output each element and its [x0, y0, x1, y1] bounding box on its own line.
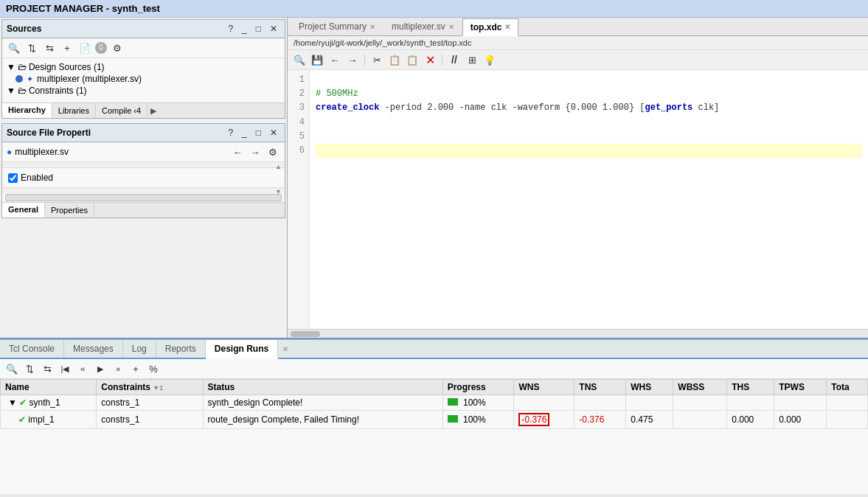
sources-add-btn[interactable]: +: [60, 41, 74, 55]
editor-save-btn[interactable]: 💾: [310, 52, 324, 67]
tab-top-xdc[interactable]: top.xdc ✕: [462, 18, 519, 36]
editor-code-area: 1 2 3 4 5 6 # 500MHz create_clock -perio…: [288, 70, 868, 329]
tree-constraints[interactable]: ▼ 🗁 Constraints (1): [5, 85, 282, 97]
sources-minimize-btn[interactable]: _: [239, 22, 250, 35]
editor-delete-btn[interactable]: ✕: [423, 52, 437, 67]
scroll-down-arrow[interactable]: ▼: [275, 188, 282, 195]
col-total[interactable]: Tota: [827, 380, 868, 395]
tree-constraints-label: Constraints (1): [29, 86, 87, 96]
editor-back-btn[interactable]: ←: [327, 52, 342, 67]
scroll-up-arrow[interactable]: ▲: [275, 163, 282, 170]
props-help-btn[interactable]: ?: [225, 126, 236, 139]
runs-play-btn[interactable]: ▶: [93, 361, 108, 376]
create-clock-keyword: create_clock: [316, 102, 379, 113]
sources-search-btn[interactable]: 🔍: [7, 41, 21, 55]
col-whs[interactable]: WHS: [626, 380, 673, 395]
title-separator: -: [103, 3, 112, 14]
horizontal-scrollbar[interactable]: [5, 194, 282, 201]
editor-copy-btn[interactable]: 📋: [387, 52, 402, 67]
tab-compile[interactable]: Compile ‹4: [96, 104, 147, 117]
editor-hint-btn[interactable]: 💡: [482, 52, 497, 67]
runs-percent-btn[interactable]: %: [146, 361, 161, 376]
enabled-row: Enabled: [8, 171, 279, 184]
props-settings-btn[interactable]: ⚙: [265, 145, 280, 159]
sources-settings-btn[interactable]: ⚙: [110, 41, 125, 55]
runs-sort-btn[interactable]: ⇅: [22, 361, 37, 376]
runs-next-page-btn[interactable]: »: [111, 361, 125, 376]
impl1-wns-value: -0.376: [518, 413, 549, 426]
enabled-checkbox[interactable]: [8, 173, 18, 183]
h-scrollbar-thumb[interactable]: [291, 331, 320, 337]
sources-panel: Sources ? _ □ ✕ 🔍 ⇅ ⇆ + 📄 0 ⚙: [1, 19, 285, 119]
tab-reports[interactable]: Reports: [156, 340, 206, 358]
runs-filter-btn[interactable]: ⇆: [40, 361, 55, 376]
impl1-wns: -0.376: [514, 411, 574, 429]
props-back-btn[interactable]: ←: [230, 145, 245, 159]
tab-top-xdc-close[interactable]: ✕: [504, 23, 510, 31]
col-name[interactable]: Name: [1, 380, 97, 395]
tab-libraries[interactable]: Libraries: [52, 104, 96, 117]
props-tab-bar: General Properties: [2, 202, 285, 218]
editor-h-scrollbar[interactable]: [288, 329, 868, 338]
tab-multiplexer-sv-close[interactable]: ✕: [448, 23, 454, 31]
col-tns[interactable]: TNS: [574, 380, 626, 395]
editor-cut-btn[interactable]: ✂: [369, 52, 384, 67]
sources-sort-btn[interactable]: ⇅: [24, 41, 39, 55]
editor-paste-btn[interactable]: 📋: [405, 52, 420, 67]
sources-title: Sources: [7, 24, 41, 34]
tab-messages[interactable]: Messages: [64, 340, 123, 358]
props-maximize-btn[interactable]: □: [253, 126, 264, 139]
tab-hierarchy[interactable]: Hierarchy: [2, 103, 52, 118]
tree-multiplexer[interactable]: ✦ multiplexer (multiplexer.sv): [5, 73, 282, 85]
editor-grid-btn[interactable]: ⊞: [465, 52, 479, 67]
col-ths[interactable]: THS: [727, 380, 774, 395]
synth1-name-label: synth_1: [29, 397, 60, 408]
tab-log[interactable]: Log: [123, 340, 156, 358]
tab-arrow-icon[interactable]: ▶: [147, 104, 159, 118]
impl1-constraints: constrs_1: [97, 411, 203, 429]
runs-search-btn[interactable]: 🔍: [4, 361, 19, 376]
table-row[interactable]: ✔ impl_1 constrs_1 route_design Complete…: [1, 411, 868, 429]
editor-forward-btn[interactable]: →: [345, 52, 360, 67]
tree-multiplexer-label: multiplexer (multiplexer.sv): [37, 74, 142, 84]
editor-search-btn[interactable]: 🔍: [292, 52, 307, 67]
tree-design-sources[interactable]: ▼ 🗁 Design Sources (1): [5, 61, 282, 73]
tab-properties[interactable]: Properties: [45, 204, 94, 217]
sources-close-btn[interactable]: ✕: [267, 22, 280, 35]
tab-project-summary[interactable]: Project Summary ✕: [291, 18, 383, 35]
impl1-progress-bar: [448, 415, 458, 423]
tab-tcl-console[interactable]: Tcl Console: [0, 340, 64, 358]
props-forward-btn[interactable]: →: [248, 145, 263, 159]
bottom-tab-bar: Tcl Console Messages Log Reports Design …: [0, 340, 868, 359]
code-editor[interactable]: # 500MHz create_clock -period 2.000 -nam…: [310, 70, 868, 329]
runs-prev-page-btn[interactable]: «: [75, 361, 90, 376]
design-runs-close-btn[interactable]: ✕: [278, 341, 293, 357]
col-wns[interactable]: WNS: [514, 380, 574, 395]
line-numbers: 1 2 3 4 5 6: [288, 70, 310, 329]
sources-maximize-btn[interactable]: □: [253, 22, 264, 35]
editor-tab-bar: Project Summary ✕ multiplexer.sv ✕ top.x…: [288, 18, 868, 36]
header-row: Name Constraints ▼1 Status Progress WNS …: [1, 380, 868, 395]
runs-first-btn[interactable]: |◀: [58, 361, 72, 376]
col-tpws[interactable]: TPWS: [774, 380, 827, 395]
editor-comment-btn[interactable]: //: [447, 52, 462, 67]
table-row[interactable]: ▼ ✔ synth_1 constrs_1 synth_design Compl…: [1, 395, 868, 411]
col-constraints[interactable]: Constraints ▼1: [97, 380, 203, 395]
props-close-btn[interactable]: ✕: [267, 126, 280, 139]
sources-file-btn[interactable]: 📄: [77, 41, 92, 55]
impl1-ths: 0.000: [727, 411, 774, 429]
tab-multiplexer-sv[interactable]: multiplexer.sv ✕: [383, 18, 462, 35]
props-minimize-btn[interactable]: _: [239, 126, 250, 139]
synth1-progress-bar: [448, 398, 458, 406]
col-progress[interactable]: Progress: [442, 380, 514, 395]
runs-add-btn[interactable]: +: [128, 361, 143, 376]
tab-design-runs[interactable]: Design Runs: [206, 340, 278, 359]
col-wbss[interactable]: WBSS: [673, 380, 727, 395]
source-props-title: Source File Properti: [7, 128, 91, 138]
col-status[interactable]: Status: [203, 380, 442, 395]
tab-general[interactable]: General: [2, 203, 45, 218]
source-props-controls: ? _ □ ✕: [225, 126, 280, 139]
sources-filter-btn[interactable]: ⇆: [42, 41, 57, 55]
tab-project-summary-close[interactable]: ✕: [369, 23, 375, 31]
sources-help-btn[interactable]: ?: [225, 22, 236, 35]
